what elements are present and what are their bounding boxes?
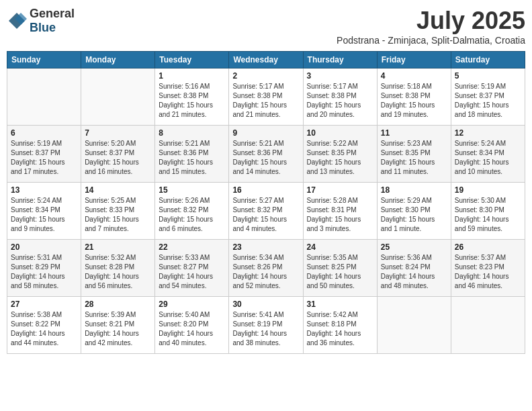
calendar-cell: 21Sunrise: 5:32 AM Sunset: 8:28 PM Dayli… <box>81 240 155 297</box>
calendar-cell: 18Sunrise: 5:29 AM Sunset: 8:30 PM Dayli… <box>377 183 451 240</box>
weekday-header-saturday: Saturday <box>451 52 525 68</box>
logo-icon <box>7 11 27 31</box>
day-number: 10 <box>307 128 373 138</box>
calendar-cell <box>377 297 451 354</box>
day-info: Sunrise: 5:37 AM Sunset: 8:23 PM Dayligh… <box>455 253 521 291</box>
weekday-header-wednesday: Wednesday <box>229 52 303 68</box>
calendar-week-row: 20Sunrise: 5:31 AM Sunset: 8:29 PM Dayli… <box>7 240 525 297</box>
day-info: Sunrise: 5:28 AM Sunset: 8:31 PM Dayligh… <box>307 196 373 234</box>
day-number: 30 <box>232 300 299 309</box>
logo-general: General <box>30 7 75 20</box>
location: Podstrana - Zminjaca, Split-Dalmatia, Cr… <box>337 35 525 46</box>
day-number: 6 <box>11 128 77 138</box>
month-year: July 2025 <box>337 7 525 35</box>
page-header: General Blue July 2025 Podstrana - Zminj… <box>7 7 525 46</box>
calendar-cell: 7Sunrise: 5:20 AM Sunset: 8:37 PM Daylig… <box>81 126 155 183</box>
day-number: 5 <box>455 71 521 81</box>
calendar-cell: 2Sunrise: 5:17 AM Sunset: 8:38 PM Daylig… <box>229 68 303 126</box>
calendar-cell <box>7 68 81 126</box>
day-info: Sunrise: 5:21 AM Sunset: 8:36 PM Dayligh… <box>159 139 225 177</box>
calendar-cell: 24Sunrise: 5:35 AM Sunset: 8:25 PM Dayli… <box>303 240 377 297</box>
day-number: 25 <box>381 242 447 252</box>
day-info: Sunrise: 5:20 AM Sunset: 8:37 PM Dayligh… <box>85 139 151 177</box>
calendar-cell: 3Sunrise: 5:17 AM Sunset: 8:38 PM Daylig… <box>303 68 377 126</box>
weekday-header-monday: Monday <box>81 52 155 68</box>
calendar-cell: 27Sunrise: 5:38 AM Sunset: 8:22 PM Dayli… <box>7 297 81 354</box>
day-number: 23 <box>232 242 299 252</box>
logo-text: General Blue <box>30 7 75 35</box>
calendar-cell: 16Sunrise: 5:27 AM Sunset: 8:32 PM Dayli… <box>229 183 303 240</box>
day-number: 28 <box>85 300 151 309</box>
logo-blue: Blue <box>30 21 56 34</box>
day-info: Sunrise: 5:40 AM Sunset: 8:20 PM Dayligh… <box>159 310 225 348</box>
day-info: Sunrise: 5:21 AM Sunset: 8:36 PM Dayligh… <box>232 139 299 177</box>
calendar-cell: 31Sunrise: 5:42 AM Sunset: 8:18 PM Dayli… <box>303 297 377 354</box>
calendar-cell: 23Sunrise: 5:34 AM Sunset: 8:26 PM Dayli… <box>229 240 303 297</box>
day-info: Sunrise: 5:16 AM Sunset: 8:38 PM Dayligh… <box>159 82 225 120</box>
calendar-cell: 5Sunrise: 5:19 AM Sunset: 8:37 PM Daylig… <box>451 68 525 126</box>
day-info: Sunrise: 5:36 AM Sunset: 8:24 PM Dayligh… <box>381 253 447 291</box>
day-info: Sunrise: 5:17 AM Sunset: 8:38 PM Dayligh… <box>232 82 299 120</box>
calendar-cell: 9Sunrise: 5:21 AM Sunset: 8:36 PM Daylig… <box>229 126 303 183</box>
day-number: 20 <box>11 242 77 252</box>
calendar-table: SundayMondayTuesdayWednesdayThursdayFrid… <box>7 51 525 354</box>
calendar-cell: 29Sunrise: 5:40 AM Sunset: 8:20 PM Dayli… <box>155 297 229 354</box>
calendar-cell: 8Sunrise: 5:21 AM Sunset: 8:36 PM Daylig… <box>155 126 229 183</box>
calendar-cell <box>81 68 155 126</box>
calendar-cell: 25Sunrise: 5:36 AM Sunset: 8:24 PM Dayli… <box>377 240 451 297</box>
day-info: Sunrise: 5:19 AM Sunset: 8:37 PM Dayligh… <box>11 139 77 177</box>
day-number: 11 <box>381 128 447 138</box>
calendar-week-row: 1Sunrise: 5:16 AM Sunset: 8:38 PM Daylig… <box>7 68 525 126</box>
day-info: Sunrise: 5:39 AM Sunset: 8:21 PM Dayligh… <box>85 310 151 348</box>
calendar-cell: 28Sunrise: 5:39 AM Sunset: 8:21 PM Dayli… <box>81 297 155 354</box>
calendar-cell: 4Sunrise: 5:18 AM Sunset: 8:38 PM Daylig… <box>377 68 451 126</box>
day-info: Sunrise: 5:18 AM Sunset: 8:38 PM Dayligh… <box>381 82 447 120</box>
calendar-cell: 30Sunrise: 5:41 AM Sunset: 8:19 PM Dayli… <box>229 297 303 354</box>
calendar-cell: 17Sunrise: 5:28 AM Sunset: 8:31 PM Dayli… <box>303 183 377 240</box>
day-info: Sunrise: 5:32 AM Sunset: 8:28 PM Dayligh… <box>85 253 151 291</box>
weekday-header-sunday: Sunday <box>7 52 81 68</box>
day-number: 31 <box>307 300 373 309</box>
day-number: 24 <box>307 242 373 252</box>
day-number: 9 <box>232 128 299 138</box>
calendar-cell: 13Sunrise: 5:24 AM Sunset: 8:34 PM Dayli… <box>7 183 81 240</box>
calendar-cell: 14Sunrise: 5:25 AM Sunset: 8:33 PM Dayli… <box>81 183 155 240</box>
calendar-cell: 11Sunrise: 5:23 AM Sunset: 8:35 PM Dayli… <box>377 126 451 183</box>
weekday-header-friday: Friday <box>377 52 451 68</box>
day-info: Sunrise: 5:34 AM Sunset: 8:26 PM Dayligh… <box>232 253 299 291</box>
day-info: Sunrise: 5:27 AM Sunset: 8:32 PM Dayligh… <box>232 196 299 234</box>
calendar-cell: 10Sunrise: 5:22 AM Sunset: 8:35 PM Dayli… <box>303 126 377 183</box>
day-number: 27 <box>11 300 77 309</box>
calendar-week-row: 13Sunrise: 5:24 AM Sunset: 8:34 PM Dayli… <box>7 183 525 240</box>
day-info: Sunrise: 5:38 AM Sunset: 8:22 PM Dayligh… <box>11 310 77 348</box>
day-info: Sunrise: 5:24 AM Sunset: 8:34 PM Dayligh… <box>11 196 77 234</box>
day-info: Sunrise: 5:35 AM Sunset: 8:25 PM Dayligh… <box>307 253 373 291</box>
day-number: 22 <box>159 242 225 252</box>
calendar-cell: 20Sunrise: 5:31 AM Sunset: 8:29 PM Dayli… <box>7 240 81 297</box>
day-number: 8 <box>159 128 225 138</box>
calendar-cell: 12Sunrise: 5:24 AM Sunset: 8:34 PM Dayli… <box>451 126 525 183</box>
calendar-week-row: 6Sunrise: 5:19 AM Sunset: 8:37 PM Daylig… <box>7 126 525 183</box>
day-info: Sunrise: 5:17 AM Sunset: 8:38 PM Dayligh… <box>307 82 373 120</box>
calendar-cell: 19Sunrise: 5:30 AM Sunset: 8:30 PM Dayli… <box>451 183 525 240</box>
day-info: Sunrise: 5:33 AM Sunset: 8:27 PM Dayligh… <box>159 253 225 291</box>
day-info: Sunrise: 5:30 AM Sunset: 8:30 PM Dayligh… <box>455 196 521 234</box>
day-info: Sunrise: 5:42 AM Sunset: 8:18 PM Dayligh… <box>307 310 373 348</box>
calendar-cell: 22Sunrise: 5:33 AM Sunset: 8:27 PM Dayli… <box>155 240 229 297</box>
day-info: Sunrise: 5:19 AM Sunset: 8:37 PM Dayligh… <box>455 82 521 120</box>
day-info: Sunrise: 5:41 AM Sunset: 8:19 PM Dayligh… <box>232 310 299 348</box>
day-number: 3 <box>307 71 373 81</box>
day-info: Sunrise: 5:25 AM Sunset: 8:33 PM Dayligh… <box>85 196 151 234</box>
weekday-header-row: SundayMondayTuesdayWednesdayThursdayFrid… <box>7 52 525 68</box>
day-number: 7 <box>85 128 151 138</box>
title-block: July 2025 Podstrana - Zminjaca, Split-Da… <box>337 7 525 46</box>
day-number: 21 <box>85 242 151 252</box>
weekday-header-tuesday: Tuesday <box>155 52 229 68</box>
day-number: 14 <box>85 185 151 195</box>
calendar-week-row: 27Sunrise: 5:38 AM Sunset: 8:22 PM Dayli… <box>7 297 525 354</box>
day-number: 2 <box>232 71 299 81</box>
day-number: 17 <box>307 185 373 195</box>
day-number: 26 <box>455 242 521 252</box>
calendar-cell <box>451 297 525 354</box>
day-info: Sunrise: 5:31 AM Sunset: 8:29 PM Dayligh… <box>11 253 77 291</box>
